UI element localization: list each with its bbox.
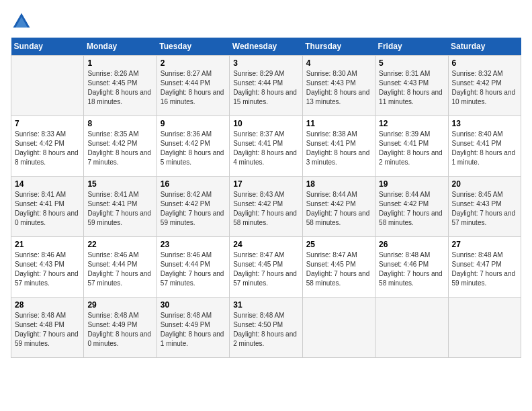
weekday-header-saturday: Saturday xyxy=(448,38,521,56)
day-info: Sunrise: 8:46 AM Sunset: 4:43 PM Dayligh… xyxy=(15,250,80,288)
day-cell: 15Sunrise: 8:41 AM Sunset: 4:41 PM Dayli… xyxy=(84,177,157,237)
day-number: 14 xyxy=(15,179,80,189)
page-header xyxy=(11,11,521,32)
day-number: 29 xyxy=(87,300,152,310)
day-number: 27 xyxy=(452,240,517,249)
day-info: Sunrise: 8:48 AM Sunset: 4:50 PM Dayligh… xyxy=(233,311,298,349)
day-cell: 27Sunrise: 8:48 AM Sunset: 4:47 PM Dayli… xyxy=(448,237,521,298)
logo-icon xyxy=(11,11,32,32)
day-cell: 31Sunrise: 8:48 AM Sunset: 4:50 PM Dayli… xyxy=(230,298,302,358)
weekday-header-wednesday: Wednesday xyxy=(230,38,302,56)
day-info: Sunrise: 8:40 AM Sunset: 4:41 PM Dayligh… xyxy=(452,130,517,167)
day-number: 1 xyxy=(87,58,152,68)
day-number: 20 xyxy=(452,179,517,189)
logo xyxy=(11,11,35,32)
day-info: Sunrise: 8:46 AM Sunset: 4:44 PM Dayligh… xyxy=(161,250,226,288)
day-cell: 8Sunrise: 8:35 AM Sunset: 4:42 PM Daylig… xyxy=(84,116,157,177)
day-info: Sunrise: 8:26 AM Sunset: 4:45 PM Dayligh… xyxy=(87,69,152,107)
day-cell: 13Sunrise: 8:40 AM Sunset: 4:41 PM Dayli… xyxy=(448,116,521,177)
week-row-3: 14Sunrise: 8:41 AM Sunset: 4:41 PM Dayli… xyxy=(11,177,521,237)
day-cell: 28Sunrise: 8:48 AM Sunset: 4:48 PM Dayli… xyxy=(11,298,84,358)
day-info: Sunrise: 8:37 AM Sunset: 4:41 PM Dayligh… xyxy=(233,130,298,167)
day-cell xyxy=(302,298,375,358)
day-cell: 25Sunrise: 8:47 AM Sunset: 4:45 PM Dayli… xyxy=(302,237,375,298)
weekday-header-friday: Friday xyxy=(375,38,448,56)
day-cell: 9Sunrise: 8:36 AM Sunset: 4:42 PM Daylig… xyxy=(157,116,229,177)
day-cell: 4Sunrise: 8:30 AM Sunset: 4:43 PM Daylig… xyxy=(302,56,375,116)
day-number: 30 xyxy=(161,300,226,310)
day-info: Sunrise: 8:44 AM Sunset: 4:42 PM Dayligh… xyxy=(306,190,371,228)
day-info: Sunrise: 8:48 AM Sunset: 4:47 PM Dayligh… xyxy=(452,250,517,288)
day-number: 15 xyxy=(87,179,152,189)
day-info: Sunrise: 8:46 AM Sunset: 4:44 PM Dayligh… xyxy=(87,250,152,288)
day-info: Sunrise: 8:36 AM Sunset: 4:42 PM Dayligh… xyxy=(161,130,226,167)
day-number: 31 xyxy=(233,300,298,310)
day-number: 18 xyxy=(306,179,371,189)
day-cell: 18Sunrise: 8:44 AM Sunset: 4:42 PM Dayli… xyxy=(302,177,375,237)
day-cell: 16Sunrise: 8:42 AM Sunset: 4:42 PM Dayli… xyxy=(157,177,229,237)
day-cell: 23Sunrise: 8:46 AM Sunset: 4:44 PM Dayli… xyxy=(157,237,229,298)
day-cell: 17Sunrise: 8:43 AM Sunset: 4:42 PM Dayli… xyxy=(230,177,302,237)
day-number: 19 xyxy=(379,179,444,189)
day-info: Sunrise: 8:32 AM Sunset: 4:42 PM Dayligh… xyxy=(452,69,517,107)
day-info: Sunrise: 8:27 AM Sunset: 4:44 PM Dayligh… xyxy=(161,69,226,107)
day-number: 10 xyxy=(233,119,298,128)
day-cell: 10Sunrise: 8:37 AM Sunset: 4:41 PM Dayli… xyxy=(230,116,302,177)
day-info: Sunrise: 8:33 AM Sunset: 4:42 PM Dayligh… xyxy=(15,130,80,167)
day-number: 25 xyxy=(306,240,371,249)
day-cell xyxy=(11,56,84,116)
weekday-header-sunday: Sunday xyxy=(11,38,84,56)
day-cell: 1Sunrise: 8:26 AM Sunset: 4:45 PM Daylig… xyxy=(84,56,157,116)
day-number: 17 xyxy=(233,179,298,189)
day-cell: 20Sunrise: 8:45 AM Sunset: 4:43 PM Dayli… xyxy=(448,177,521,237)
day-cell xyxy=(375,298,448,358)
day-cell: 3Sunrise: 8:29 AM Sunset: 4:44 PM Daylig… xyxy=(230,56,302,116)
day-info: Sunrise: 8:44 AM Sunset: 4:42 PM Dayligh… xyxy=(379,190,444,228)
day-cell: 26Sunrise: 8:48 AM Sunset: 4:46 PM Dayli… xyxy=(375,237,448,298)
day-number: 23 xyxy=(161,240,226,249)
day-number: 28 xyxy=(15,300,80,310)
day-number: 2 xyxy=(161,58,226,68)
week-row-2: 7Sunrise: 8:33 AM Sunset: 4:42 PM Daylig… xyxy=(11,116,521,177)
day-info: Sunrise: 8:48 AM Sunset: 4:48 PM Dayligh… xyxy=(15,311,80,349)
day-number: 11 xyxy=(306,119,371,128)
day-info: Sunrise: 8:43 AM Sunset: 4:42 PM Dayligh… xyxy=(233,190,298,228)
day-info: Sunrise: 8:42 AM Sunset: 4:42 PM Dayligh… xyxy=(161,190,226,228)
day-cell: 6Sunrise: 8:32 AM Sunset: 4:42 PM Daylig… xyxy=(448,56,521,116)
day-number: 24 xyxy=(233,240,298,249)
day-number: 5 xyxy=(379,58,444,68)
day-info: Sunrise: 8:39 AM Sunset: 4:41 PM Dayligh… xyxy=(379,130,444,167)
weekday-header-row: SundayMondayTuesdayWednesdayThursdayFrid… xyxy=(11,38,521,56)
day-number: 12 xyxy=(379,119,444,128)
day-number: 22 xyxy=(87,240,152,249)
day-info: Sunrise: 8:31 AM Sunset: 4:43 PM Dayligh… xyxy=(379,69,444,107)
day-cell: 29Sunrise: 8:48 AM Sunset: 4:49 PM Dayli… xyxy=(84,298,157,358)
day-info: Sunrise: 8:41 AM Sunset: 4:41 PM Dayligh… xyxy=(15,190,80,228)
day-number: 9 xyxy=(161,119,226,128)
day-info: Sunrise: 8:47 AM Sunset: 4:45 PM Dayligh… xyxy=(233,250,298,288)
week-row-5: 28Sunrise: 8:48 AM Sunset: 4:48 PM Dayli… xyxy=(11,298,521,358)
day-number: 6 xyxy=(452,58,517,68)
day-info: Sunrise: 8:41 AM Sunset: 4:41 PM Dayligh… xyxy=(87,190,152,228)
weekday-header-tuesday: Tuesday xyxy=(157,38,229,56)
day-info: Sunrise: 8:29 AM Sunset: 4:44 PM Dayligh… xyxy=(233,69,298,107)
day-number: 21 xyxy=(15,240,80,249)
day-info: Sunrise: 8:48 AM Sunset: 4:49 PM Dayligh… xyxy=(161,311,226,349)
day-cell: 24Sunrise: 8:47 AM Sunset: 4:45 PM Dayli… xyxy=(230,237,302,298)
day-cell: 19Sunrise: 8:44 AM Sunset: 4:42 PM Dayli… xyxy=(375,177,448,237)
day-info: Sunrise: 8:48 AM Sunset: 4:46 PM Dayligh… xyxy=(379,250,444,288)
weekday-header-monday: Monday xyxy=(84,38,157,56)
week-row-1: 1Sunrise: 8:26 AM Sunset: 4:45 PM Daylig… xyxy=(11,56,521,116)
week-row-4: 21Sunrise: 8:46 AM Sunset: 4:43 PM Dayli… xyxy=(11,237,521,298)
day-number: 7 xyxy=(15,119,80,128)
day-cell: 12Sunrise: 8:39 AM Sunset: 4:41 PM Dayli… xyxy=(375,116,448,177)
day-cell: 11Sunrise: 8:38 AM Sunset: 4:41 PM Dayli… xyxy=(302,116,375,177)
day-cell: 21Sunrise: 8:46 AM Sunset: 4:43 PM Dayli… xyxy=(11,237,84,298)
day-number: 3 xyxy=(233,58,298,68)
day-cell: 22Sunrise: 8:46 AM Sunset: 4:44 PM Dayli… xyxy=(84,237,157,298)
day-cell xyxy=(448,298,521,358)
day-number: 16 xyxy=(161,179,226,189)
day-info: Sunrise: 8:45 AM Sunset: 4:43 PM Dayligh… xyxy=(452,190,517,228)
day-info: Sunrise: 8:47 AM Sunset: 4:45 PM Dayligh… xyxy=(306,250,371,288)
day-number: 13 xyxy=(452,119,517,128)
